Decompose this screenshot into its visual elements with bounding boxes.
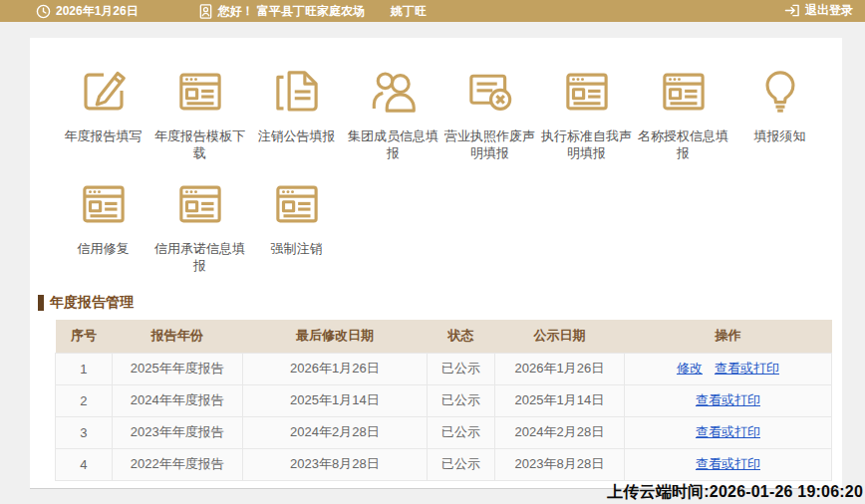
main-panel: 年度报告填写 年度报告模板下载 注销公告填报 集团成员信息填报 营业执照作废声明… [30,38,842,489]
cell-status: 已公示 [428,416,495,448]
grid-item-label: 营业执照作废声明填报 [444,127,536,161]
grid-item-label: 集团成员信息填报 [348,127,439,161]
username: 姚丁旺 [391,3,427,20]
col-header-serial: 序号 [56,320,113,353]
cell-actions: 查看或打印 [624,416,831,448]
cell-modified: 2024年2月28日 [242,416,427,448]
table-row: 3 2023年年度报告 2024年2月28日 已公示 2024年2月28日 查看… [56,416,832,448]
license-void-icon [463,65,517,119]
grid-item-credit-repair[interactable]: 信用修复 [55,177,151,274]
annual-report-table: 序号 报告年份 最后修改日期 状态 公示日期 操作 1 2025年年度报告 20… [55,320,832,481]
cell-published: 2023年8月28日 [494,448,624,480]
cell-status: 已公示 [428,353,495,384]
table-row: 1 2025年年度报告 2026年1月26日 已公示 2026年1月26日 修改… [56,353,832,384]
grid-item-label: 填报须知 [734,127,826,144]
cell-year: 2025年年度报告 [112,353,242,384]
webpage-form-icon [173,177,227,231]
function-grid-row-2: 信用修复 信用承诺信息填报 强制注销 [30,177,842,274]
cell-serial: 1 [56,353,113,384]
webpage-form-icon [657,65,711,119]
view-or-print-link[interactable]: 查看或打印 [696,392,760,407]
grid-item-credit-commitment-info[interactable]: 信用承诺信息填报 [151,177,248,274]
topbar-date: 2026年1月26日 [56,3,139,20]
webpage-form-icon [270,177,324,231]
grid-item-annual-report-fill[interactable]: 年度报告填写 [55,65,151,161]
grid-item-group-member-info[interactable]: 集团成员信息填报 [345,65,441,161]
clock-icon [36,4,51,19]
function-grid-row-1: 年度报告填写 年度报告模板下载 注销公告填报 集团成员信息填报 营业执照作废声明… [30,65,842,161]
col-header-actions: 操作 [624,320,831,353]
date-display: 2026年1月26日 [36,3,139,20]
grid-item-cancellation-notice[interactable]: 注销公告填报 [248,65,345,161]
grid-item-annual-report-template-download[interactable]: 年度报告模板下载 [151,65,248,161]
cell-status: 已公示 [428,448,495,480]
grid-item-label: 强制注销 [251,240,343,257]
col-header-year: 报告年份 [112,320,242,353]
section-title-annual-report-management: 年度报告管理 [38,294,842,312]
cell-actions: 查看或打印 [624,384,831,416]
grid-item-standards-self-declaration[interactable]: 执行标准自我声明填报 [538,65,635,161]
edit-icon [77,65,131,119]
grid-item-label: 年度报告模板下载 [154,127,246,161]
cell-modified: 2023年8月28日 [242,448,427,480]
cell-year: 2024年年度报告 [112,384,242,416]
section-title-marker [38,295,44,311]
cell-status: 已公示 [428,384,495,416]
col-header-published: 公示日期 [494,320,624,353]
grid-item-label: 注销公告填报 [251,127,343,144]
section-title-text: 年度报告管理 [50,294,134,312]
col-header-modified: 最后修改日期 [242,320,427,353]
webpage-form-icon [560,65,614,119]
table-row: 2 2024年年度报告 2025年1月14日 已公示 2025年1月14日 查看… [56,384,832,416]
grid-item-name-authorization-info[interactable]: 名称授权信息填报 [635,65,731,161]
table-row: 4 2022年年度报告 2023年8月28日 已公示 2023年8月28日 查看… [56,448,832,480]
grid-item-filing-instructions[interactable]: 填报须知 [731,65,828,161]
cell-serial: 2 [56,384,113,416]
logout-label: 退出登录 [805,2,853,19]
cell-published: 2024年2月28日 [494,416,624,448]
grid-item-forced-cancellation[interactable]: 强制注销 [248,177,345,274]
grid-item-label: 信用承诺信息填报 [154,240,246,274]
group-members-icon [367,65,421,119]
cell-year: 2022年年度报告 [112,448,242,480]
col-header-status: 状态 [428,320,495,353]
grid-item-label: 执行标准自我声明填报 [541,127,633,161]
webpage-form-icon [77,177,131,231]
cell-serial: 3 [56,416,113,448]
user-greeting: 您好！ 富平县丁旺家庭农场 [198,3,365,20]
cell-published: 2026年1月26日 [494,353,624,384]
cell-modified: 2026年1月26日 [242,353,427,384]
cell-serial: 4 [56,448,113,480]
grid-item-label: 名称授权信息填报 [638,127,729,161]
logout-icon [784,3,800,18]
logout-button[interactable]: 退出登录 [784,2,853,19]
folded-document-icon [270,65,324,119]
user-badge-icon [198,4,213,19]
view-or-print-link[interactable]: 查看或打印 [696,424,760,439]
table-header-row: 序号 报告年份 最后修改日期 状态 公示日期 操作 [56,320,832,353]
grid-item-label: 信用修复 [58,240,149,257]
topbar: 2026年1月26日 您好！ 富平县丁旺家庭农场 姚丁旺 退出登录 [0,0,865,22]
cell-year: 2023年年度报告 [112,416,242,448]
modify-link[interactable]: 修改 [677,361,703,376]
greeting-text: 您好！ 富平县丁旺家庭农场 [218,3,365,20]
cell-modified: 2025年1月14日 [242,384,427,416]
webpage-form-icon [173,65,227,119]
grid-item-license-void-declaration[interactable]: 营业执照作废声明填报 [441,65,538,161]
cell-published: 2025年1月14日 [494,384,624,416]
cell-actions: 查看或打印 [624,448,831,480]
upload-time-overlay: 上传云端时间:2026-01-26 19:06:20 [607,482,863,503]
view-or-print-link[interactable]: 查看或打印 [696,456,760,471]
lightbulb-icon [753,65,807,119]
view-or-print-link[interactable]: 查看或打印 [715,361,779,376]
cell-actions: 修改查看或打印 [624,353,831,384]
grid-item-label: 年度报告填写 [58,127,149,144]
